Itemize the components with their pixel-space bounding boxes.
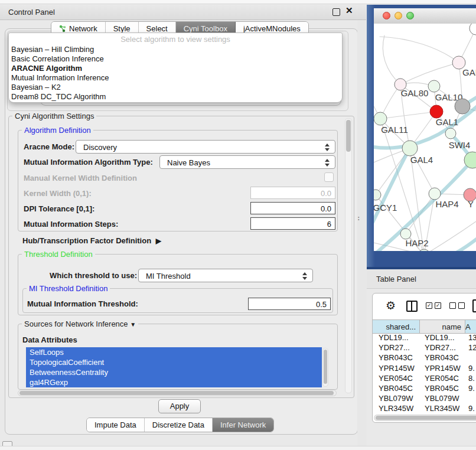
tab-label: Discretize Data bbox=[152, 420, 204, 429]
network-node-swi4[interactable] bbox=[445, 128, 456, 139]
algorithm-option[interactable]: ARACNE Algorithm bbox=[11, 64, 82, 73]
close-traffic-light-icon[interactable] bbox=[383, 12, 390, 19]
table-row[interactable]: YER054CYER054C8. bbox=[373, 374, 476, 384]
settings-vertical-scrollbar[interactable] bbox=[345, 118, 352, 393]
threshold-title: Threshold Definition bbox=[22, 250, 95, 259]
algorithm-option[interactable]: Mutual Information Inference bbox=[11, 73, 109, 82]
table-row[interactable]: YPR145WYPR145W9. bbox=[373, 364, 476, 374]
mi-threshold-title: MI Threshold Definition bbox=[27, 284, 110, 293]
scrollbar-thumb[interactable] bbox=[376, 416, 476, 420]
table-cell: YER054C bbox=[373, 374, 420, 384]
window-top-strip bbox=[0, 0, 476, 4]
select-all-checkbox-icon[interactable]: ✓ bbox=[435, 302, 441, 309]
network-edge[interactable] bbox=[400, 63, 459, 84]
panel-title: Control Panel bbox=[8, 8, 55, 17]
network-edge[interactable] bbox=[383, 35, 400, 84]
deselect-all-checkbox-icon[interactable] bbox=[449, 302, 456, 309]
table-row[interactable]: YBL079WYBL079W bbox=[373, 394, 476, 404]
tab-label: Infer Network bbox=[220, 420, 266, 429]
hub-definition-label: Hub/Transcription Factor Definition bbox=[22, 236, 151, 245]
which-threshold-label: Which threshold to use: bbox=[50, 271, 137, 280]
network-edge[interactable] bbox=[438, 236, 476, 251]
table-row[interactable]: YBR045CYBR045C9. bbox=[373, 384, 476, 394]
network-node-hap4[interactable] bbox=[429, 188, 441, 200]
mi-steps-field[interactable]: 6 bbox=[250, 217, 335, 230]
list-vertical-scrollbar[interactable] bbox=[322, 348, 328, 387]
scrollbar-thumb[interactable] bbox=[19, 391, 334, 395]
minimize-traffic-light-icon[interactable] bbox=[395, 12, 402, 19]
tab-discretize-data[interactable]: Discretize Data bbox=[145, 418, 213, 432]
apply-button[interactable]: Apply bbox=[158, 399, 201, 413]
select-all-checkbox-icon[interactable]: ✓ bbox=[426, 302, 432, 309]
mi-threshold-field[interactable]: 0.5 bbox=[248, 298, 331, 310]
table-panel-title: Table Panel bbox=[376, 275, 416, 283]
aracne-mode-value: Discovery bbox=[83, 143, 117, 152]
table-cell bbox=[465, 394, 476, 404]
network-node[interactable] bbox=[455, 99, 470, 114]
table-row[interactable]: YBR043CYBR043C bbox=[373, 353, 476, 363]
network-node-gal1[interactable] bbox=[430, 105, 443, 118]
network-node-gal10[interactable] bbox=[428, 80, 440, 92]
data-attributes-list[interactable]: SelfLoopsTopologicalCoefficientBetweenne… bbox=[26, 347, 322, 387]
node-label: GAL80 bbox=[401, 88, 429, 98]
tab-infer-network[interactable]: Infer Network bbox=[213, 418, 273, 432]
collapse-down-icon: ▼ bbox=[130, 321, 136, 328]
attribute-list-item[interactable]: BetweennessCentrality bbox=[26, 367, 322, 377]
table-cell: 12 bbox=[465, 343, 476, 353]
column-header-1[interactable]: shared... bbox=[373, 320, 420, 333]
attribute-list-item[interactable]: gal4RGexp bbox=[26, 377, 322, 387]
kernel-width-field[interactable]: 0.0 bbox=[250, 187, 335, 199]
node-label: HAP4 bbox=[435, 199, 458, 209]
column-header-2[interactable]: name bbox=[420, 320, 465, 333]
network-node-gal11[interactable] bbox=[374, 112, 387, 125]
table-row[interactable]: YDR27...YDR27...12 bbox=[373, 343, 476, 353]
cyni-mode-tabbar: Impute DataDiscretize DataInfer Network bbox=[86, 418, 274, 432]
which-threshold-combo[interactable]: MI Threshold bbox=[138, 269, 313, 282]
column-header-3[interactable]: A bbox=[465, 320, 476, 333]
node-label: Y bbox=[468, 199, 474, 209]
network-node-gcy1[interactable] bbox=[374, 190, 381, 200]
network-node[interactable] bbox=[470, 24, 476, 35]
algorithm-option[interactable]: Basic Correlation Inference bbox=[11, 54, 104, 63]
settings-horizontal-scrollbar[interactable] bbox=[18, 390, 337, 396]
algorithm-option[interactable]: Bayesian – Hill Climbing bbox=[11, 45, 94, 54]
network-canvas[interactable]: GALGAL80GAL10GAL1GAL11SWI4GAL4HAP4YGCY1H… bbox=[374, 24, 476, 251]
mi-type-combo[interactable]: Naive Bayes bbox=[159, 155, 335, 169]
zoom-traffic-light-icon[interactable] bbox=[406, 12, 414, 19]
close-icon[interactable]: ✕ bbox=[345, 5, 353, 16]
status-strip bbox=[0, 446, 476, 450]
deselect-all-checkbox-icon[interactable] bbox=[458, 302, 465, 309]
scrollbar-thumb[interactable] bbox=[346, 120, 351, 152]
sources-title[interactable]: Sources for Network Inference ▼ bbox=[22, 319, 138, 328]
manual-kernel-checkbox[interactable] bbox=[324, 172, 334, 182]
float-window-icon[interactable] bbox=[332, 8, 340, 16]
hub-definition-toggle[interactable]: Hub/Transcription Factor Definition ▶ bbox=[22, 236, 159, 245]
gear-icon[interactable]: ⚙ bbox=[386, 299, 396, 312]
node-table: ⚙ ✓ ✓ shared...nameA YDL19...YDL19...13Y… bbox=[372, 293, 476, 423]
aracne-mode-combo[interactable]: Discovery bbox=[76, 140, 335, 154]
algorithm-option[interactable]: Bayesian – K2 bbox=[11, 83, 61, 92]
new-table-icon[interactable] bbox=[472, 299, 476, 312]
panel-splitter[interactable] bbox=[357, 20, 367, 450]
tab-impute-data[interactable]: Impute Data bbox=[87, 418, 145, 432]
network-view-window[interactable]: GALGAL80GAL10GAL1GAL11SWI4GAL4HAP4YGCY1H… bbox=[367, 5, 476, 269]
attribute-list-item[interactable]: TopologicalCoefficient bbox=[26, 357, 322, 367]
table-cell: YBL079W bbox=[373, 394, 420, 404]
splitter-handle-icon[interactable]: •• bbox=[358, 216, 361, 221]
table-row[interactable]: YLR345WYLR345W9. bbox=[373, 404, 476, 414]
table-row[interactable]: YDL19...YDL19...13 bbox=[373, 333, 476, 343]
table-cell: 9. bbox=[465, 404, 476, 414]
scrollbar-thumb[interactable] bbox=[324, 350, 327, 384]
algorithm-option[interactable]: Dream8 DC_TDC Algorithm bbox=[11, 92, 106, 101]
network-window-titlebar bbox=[374, 8, 476, 24]
network-edge[interactable] bbox=[380, 37, 459, 63]
network-node-gal4[interactable] bbox=[402, 141, 418, 156]
table-cell: YPR145W bbox=[373, 364, 420, 374]
mi-steps-label: Mutual Information Steps: bbox=[24, 220, 118, 229]
attribute-list-item[interactable]: SelfLoops bbox=[26, 347, 322, 357]
table-toolbar: ⚙ ✓ ✓ bbox=[373, 294, 476, 319]
network-edge[interactable] bbox=[380, 112, 436, 119]
dpi-tolerance-field[interactable]: 0.0 bbox=[250, 202, 335, 214]
split-view-icon[interactable] bbox=[406, 301, 418, 312]
table-horizontal-scrollbar[interactable] bbox=[374, 415, 476, 421]
